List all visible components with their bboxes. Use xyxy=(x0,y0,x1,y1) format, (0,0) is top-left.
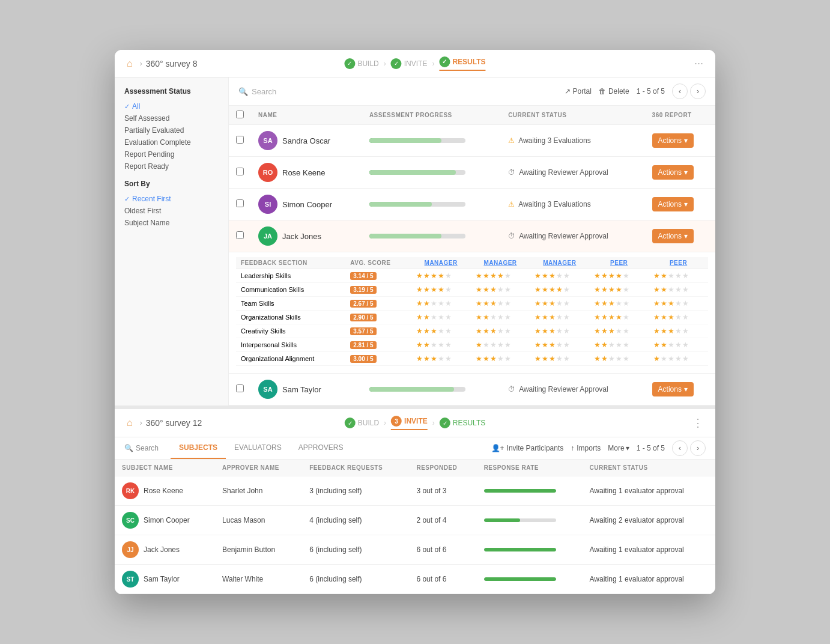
portal-button[interactable]: ↗ Portal xyxy=(565,87,592,96)
col-response-rate: RESPONSE RATE xyxy=(477,460,583,476)
row-checkbox[interactable] xyxy=(236,168,244,175)
row-checkbox[interactable] xyxy=(236,384,244,392)
pipeline-invite[interactable]: ✓ INVITE xyxy=(391,58,428,69)
row-progress-cell xyxy=(362,374,501,406)
next-page-button[interactable]: › xyxy=(690,84,706,99)
pipeline2-results[interactable]: ✓ RESULTS xyxy=(440,418,485,428)
row-actions-cell: Actions ▾ xyxy=(645,157,715,189)
panel2-survey-title: 360° survey 12 xyxy=(146,418,202,428)
warning-icon: ⚠ xyxy=(508,136,515,145)
header-dots-menu[interactable]: ··· xyxy=(694,57,703,70)
sidebar-sort-name[interactable]: Subject Name xyxy=(124,217,219,229)
list-item: SC Simon Cooper Lucas Mason 4 (including… xyxy=(115,506,715,535)
pipeline2-invite[interactable]: 3 INVITE xyxy=(391,416,428,430)
pipeline2-results-num: ✓ xyxy=(440,418,450,428)
sidebar-filter-all[interactable]: ✓ All xyxy=(124,100,219,112)
sidebar-filter-evaluation-complete[interactable]: Evaluation Complete xyxy=(124,136,219,148)
panel1-toolbar: 🔍 Search ↗ Portal 🗑 Delete 1 - 5 of 5 xyxy=(229,77,715,106)
row-checkbox[interactable] xyxy=(236,199,244,207)
actions-button[interactable]: Actions ▾ xyxy=(652,197,694,211)
tabs-toolbar: 👤+ Invite Participants ↑ Imports More ▾ … xyxy=(491,440,706,456)
subject-name: Simon Cooper xyxy=(144,516,190,524)
col-progress: ASSESSMENT PROGRESS xyxy=(362,106,501,125)
manager-link[interactable]: Manager xyxy=(425,260,458,266)
prev-page-button[interactable]: ‹ xyxy=(672,84,688,99)
clock-icon: ⏱ xyxy=(508,232,515,240)
select-all-checkbox[interactable] xyxy=(236,111,244,118)
row-actions-cell: Actions ▾ xyxy=(645,189,715,220)
feedback-r5: ★★★★★ xyxy=(649,352,708,366)
sidebar-filter-self-assessed[interactable]: Self Assessed xyxy=(124,112,219,124)
manager-link[interactable]: Manager xyxy=(483,260,516,266)
more-button[interactable]: More ▾ xyxy=(608,444,629,452)
actions-button[interactable]: Actions ▾ xyxy=(652,229,694,243)
next-page-button-2[interactable]: › xyxy=(690,440,706,456)
peer-link[interactable]: Peer xyxy=(670,260,687,266)
feedback-score: 2.81 / 5 xyxy=(345,338,411,352)
response-rate-cell xyxy=(477,565,583,594)
feedback-score: 3.57 / 5 xyxy=(345,324,411,338)
sidebar-sort-oldest[interactable]: Oldest First xyxy=(124,205,219,217)
feedback-r5: ★★★★★ xyxy=(649,283,708,297)
status-text: Awaiting Reviewer Approval xyxy=(519,232,608,240)
sidebar-filter-partially[interactable]: Partially Evaluated xyxy=(124,124,219,136)
row-name-cell: RO Rose Keene xyxy=(251,157,362,189)
tab-approvers[interactable]: APPROVERS xyxy=(290,437,352,459)
avatar: SC xyxy=(122,512,139,529)
avatar: SI xyxy=(258,195,277,214)
panel2-pipeline: ✓ BUILD › 3 INVITE › ✓ RESULTS xyxy=(345,416,485,430)
tab-evaluators[interactable]: EVALUATORS xyxy=(226,437,290,459)
imports-label: Imports xyxy=(577,444,601,452)
row-actions-cell: Actions ▾ xyxy=(645,220,715,252)
imports-button[interactable]: ↑ Imports xyxy=(571,444,601,452)
feedback-section: Leadership Skills xyxy=(236,269,345,283)
search-icon: 🔍 xyxy=(238,87,248,96)
sidebar-sort-name-label: Subject Name xyxy=(124,219,169,227)
sidebar-sort-recent[interactable]: ✓ Recent First xyxy=(124,193,219,205)
actions-button[interactable]: Actions ▾ xyxy=(652,165,694,180)
pipeline-results[interactable]: ✓ RESULTS xyxy=(439,56,485,71)
actions-button[interactable]: Actions ▾ xyxy=(652,382,694,396)
chevron-down-icon: ▾ xyxy=(684,168,688,177)
manager-link[interactable]: Manager xyxy=(543,260,576,266)
feedback-r1: ★★★★★ xyxy=(411,338,471,352)
feedback-col-mgr1: Manager xyxy=(411,257,471,269)
invite-participants-button[interactable]: 👤+ Invite Participants xyxy=(491,444,564,452)
feedback-r3: ★★★★★ xyxy=(530,338,589,352)
subject-name-cell: ST Sam Taylor xyxy=(115,565,215,594)
pipeline-invite-num: ✓ xyxy=(391,58,402,69)
row-checkbox[interactable] xyxy=(236,136,244,144)
table-row: SI Simon Cooper xyxy=(229,189,715,220)
feedback-r2: ★★★★★ xyxy=(471,324,530,338)
tab-search[interactable]: 🔍 Search xyxy=(124,438,166,458)
person-name: Sandra Oscar xyxy=(282,136,330,145)
feedback-col-peer2: Peer xyxy=(649,257,708,269)
row-name-cell: SI Simon Cooper xyxy=(251,189,362,220)
sidebar-sort-oldest-label: Oldest First xyxy=(124,207,161,215)
app-window: ⌂ › 360° survey 8 ✓ BUILD › ✓ INVITE › ✓… xyxy=(115,50,715,594)
feedback-row: Communication Skills 3.19 / 5 ★★★★★ ★★★★… xyxy=(236,283,708,297)
delete-button[interactable]: 🗑 Delete xyxy=(599,87,629,96)
home-icon[interactable]: ⌂ xyxy=(127,58,133,69)
sidebar-filter-report-ready[interactable]: Report Ready xyxy=(124,160,219,172)
panel2-dots-menu[interactable]: ⋮ xyxy=(692,416,703,430)
feedback-r3: ★★★★★ xyxy=(530,324,589,338)
tab-subjects[interactable]: SUBJECTS xyxy=(171,437,226,459)
row-checkbox-cell xyxy=(229,125,251,157)
peer-link[interactable]: Peer xyxy=(610,260,628,266)
home-icon-2[interactable]: ⌂ xyxy=(127,418,133,428)
row-status-cell: ⚠ Awaiting 3 Evaluations xyxy=(501,189,644,220)
pipeline2-build[interactable]: ✓ BUILD xyxy=(345,418,379,428)
row-status-cell: ⏱ Awaiting Reviewer Approval xyxy=(501,157,644,189)
feedback-r2: ★★★★★ xyxy=(471,338,530,352)
row-checkbox[interactable] xyxy=(236,231,244,239)
search-box[interactable]: 🔍 Search xyxy=(238,87,559,96)
prev-page-button-2[interactable]: ‹ xyxy=(672,440,688,456)
feedback-r2: ★★★★★ xyxy=(471,297,530,311)
pipeline-build[interactable]: ✓ BUILD xyxy=(344,58,378,69)
feedback-r2: ★★★★★ xyxy=(471,311,530,324)
person-name: Jack Jones xyxy=(282,232,321,241)
actions-button[interactable]: Actions ▾ xyxy=(652,133,694,148)
col-subject-name: SUBJECT NAME xyxy=(115,460,215,476)
sidebar-filter-report-pending[interactable]: Report Pending xyxy=(124,148,219,160)
